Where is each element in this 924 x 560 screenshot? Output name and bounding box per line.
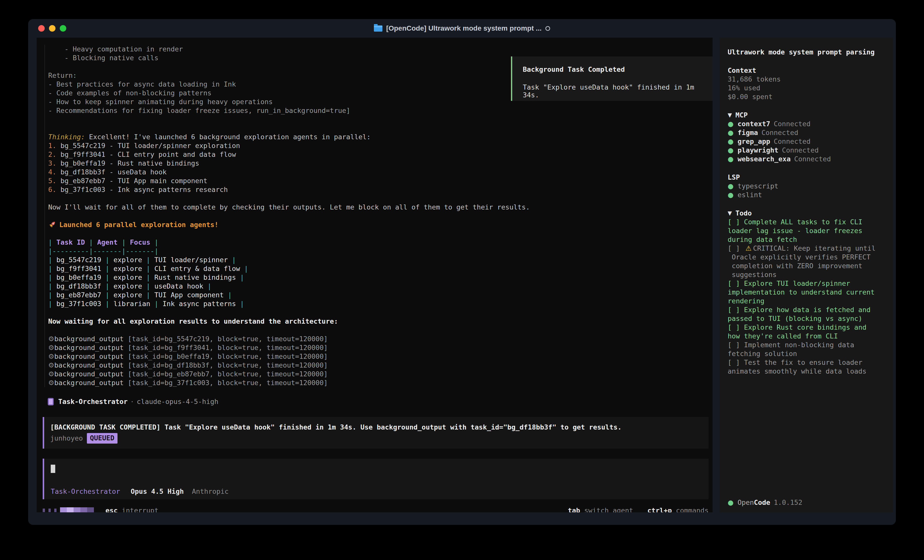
status-badge: QUEUED: [87, 433, 117, 443]
progress-block: [60, 507, 67, 512]
app-window: [OpenCode] Ultrawork mode system prompt …: [28, 19, 896, 525]
mcp-item: ●grep_appConnected: [728, 137, 886, 146]
close-button[interactable]: [38, 25, 45, 31]
transcript-line: 5. bg_eb87ebb7 - TUI App main component: [48, 177, 708, 185]
transcript-line: [48, 115, 708, 124]
ctrlp-key-label: commands: [676, 506, 709, 512]
transcript-line: [48, 194, 708, 203]
transcript-line: | bg_37f1c003 | librarian | Ink async pa…: [48, 299, 708, 308]
minimize-button[interactable]: [49, 25, 56, 31]
mcp-item: ●figmaConnected: [728, 128, 886, 137]
todo-heading: Todo: [735, 209, 752, 217]
lsp-section: LSP ●typescript●eslint: [728, 173, 886, 199]
agent-square-icon: [48, 398, 54, 406]
mcp-name: context7: [738, 120, 770, 128]
mcp-status: Connected: [794, 155, 831, 163]
gear-icon: ⚙: [48, 344, 54, 352]
transcript-line: ⚙background_output [task_id=bg_5547c219,…: [48, 334, 708, 343]
transcript-line: Now waiting for all exploration results …: [48, 317, 708, 326]
right-sidebar: Ultrawork mode system prompt parsing Con…: [720, 37, 893, 512]
context-heading: Context: [728, 66, 886, 75]
transcript-line: | bg_b0effa19 | explore | Rust native bi…: [48, 273, 708, 282]
transcript-line: 1. bg_5547c219 - TUI loader/spinner expl…: [48, 141, 708, 150]
todo-list: [ ] Complete ALL tasks to fix CLI loader…: [728, 217, 886, 376]
window-title-group: [OpenCode] Ultrawork mode system prompt …: [28, 19, 896, 37]
transcript-line: [48, 308, 708, 317]
app-version: 1.0.152: [774, 499, 802, 506]
orchestrator-name: Task-Orchestrator: [58, 398, 128, 406]
mcp-name: websearch_exa: [738, 155, 790, 163]
transcript-line: | Task ID | Agent | Focus |: [48, 238, 708, 247]
progress-dot: [48, 509, 51, 512]
lsp-item: ●eslint: [728, 190, 886, 199]
brand-open: Open: [738, 499, 754, 506]
status-dot-icon: ●: [728, 155, 734, 163]
status-dot-icon: ●: [728, 129, 734, 136]
mcp-status: Connected: [762, 129, 798, 136]
warning-icon: ⚠: [746, 244, 752, 252]
chevron-down-icon: ▼: [728, 210, 732, 216]
mcp-section: ▼MCP ●context7Connected●figmaConnected●g…: [728, 111, 886, 163]
terminal-main-pane: - Heavy computation in render - Blocking…: [37, 37, 712, 512]
zoom-button[interactable]: [60, 25, 66, 31]
session-title: Ultrawork mode system prompt parsing: [728, 48, 886, 57]
mcp-item: ●playwrightConnected: [728, 146, 886, 154]
mcp-list: ●context7Connected●figmaConnected●grep_a…: [728, 120, 886, 163]
chevron-down-icon: ▼: [728, 112, 732, 118]
transcript-line: | bg_5547c219 | explore | TUI loader/spi…: [48, 255, 708, 264]
transcript-line: - Recommendations for fixing loader free…: [48, 106, 708, 115]
transcript-line: 6. bg_37f1c003 - Ink async patterns rese…: [48, 185, 708, 194]
mcp-heading: MCP: [735, 111, 748, 119]
transcript-line: | bg_eb87ebb7 | explore | TUI App compon…: [48, 290, 708, 299]
todo-item: [ ] Explore Rust core bindings and how t…: [728, 323, 886, 340]
status-dot-icon: ●: [728, 191, 734, 199]
transcript-line: [48, 229, 708, 238]
gear-icon: ⚙: [48, 370, 54, 378]
gear-icon: ⚙: [48, 379, 54, 386]
todo-item: [ ] Explore TUI loader/spinner implement…: [728, 279, 886, 305]
rocket-icon: [48, 220, 57, 230]
circle-outline-icon: [545, 26, 550, 31]
completed-user: junhoyeo: [50, 434, 83, 443]
progress-block: [74, 507, 80, 512]
transcript-line: 2. bg_f9ff3041 - CLI entry point and dat…: [48, 150, 708, 159]
status-dot-icon: ●: [728, 120, 734, 128]
ctrlp-key-hint: ctrl+p: [647, 506, 672, 512]
todo-item: [ ] Test the fix to ensure loader animat…: [728, 358, 886, 376]
mcp-item: ●websearch_exaConnected: [728, 154, 886, 163]
orchestrator-model: claude-opus-4-5-high: [137, 398, 219, 406]
transcript-line: [48, 211, 708, 220]
transcript-line: | bg_df18bb3f | explore | useData hook |: [48, 282, 708, 290]
transcript-line: - Heavy computation in render: [48, 45, 708, 54]
transcript-line: Now I'll wait for all of them to complet…: [48, 203, 708, 211]
gear-icon: ⚙: [48, 335, 54, 343]
status-bar: esc interrupt tab switch agent ctrl+p co…: [43, 505, 709, 512]
mcp-item: ●context7Connected: [728, 120, 886, 128]
transcript-line: |---------|-------|-------|: [48, 247, 708, 255]
transcript-line: [48, 124, 708, 132]
tab-key-hint: tab: [568, 506, 580, 512]
completed-message: [BACKGROUND TASK COMPLETED] Task "Explor…: [50, 422, 704, 432]
folder-icon: [374, 25, 382, 31]
mcp-section-header[interactable]: ▼MCP: [728, 111, 886, 120]
input-model-name: Opus 4.5 High: [131, 488, 184, 495]
prompt-input[interactable]: Task-Orchestrator Opus 4.5 High Anthropi…: [43, 459, 709, 499]
toast-notification[interactable]: Background Task Completed Task "Explore …: [511, 57, 712, 101]
dot-separator: ·: [130, 398, 134, 406]
status-dot-icon: ●: [728, 499, 734, 506]
lsp-list: ●typescript●eslint: [728, 182, 886, 199]
transcript-line: 3. bg_b0effa19 - Rust native bindings: [48, 159, 708, 168]
todo-section-header[interactable]: ▼Todo: [728, 209, 886, 217]
brand-code: Code: [754, 499, 770, 506]
mcp-name: grep_app: [738, 138, 770, 145]
todo-item: [ ] Complete ALL tasks to fix CLI loader…: [728, 217, 886, 244]
app-version-footer: ●OpenCode1.0.152: [728, 498, 802, 507]
progress-dot: [54, 509, 57, 512]
transcript-line: [48, 326, 708, 334]
esc-key-hint: esc: [105, 506, 118, 512]
lsp-heading: LSP: [728, 173, 886, 182]
gear-icon: ⚙: [48, 352, 54, 360]
todo-item: [ ] Implement non-blocking data fetching…: [728, 340, 886, 358]
mcp-name: playwright: [738, 146, 778, 154]
todo-item: [ ] Explore how data is fetched and pass…: [728, 305, 886, 323]
